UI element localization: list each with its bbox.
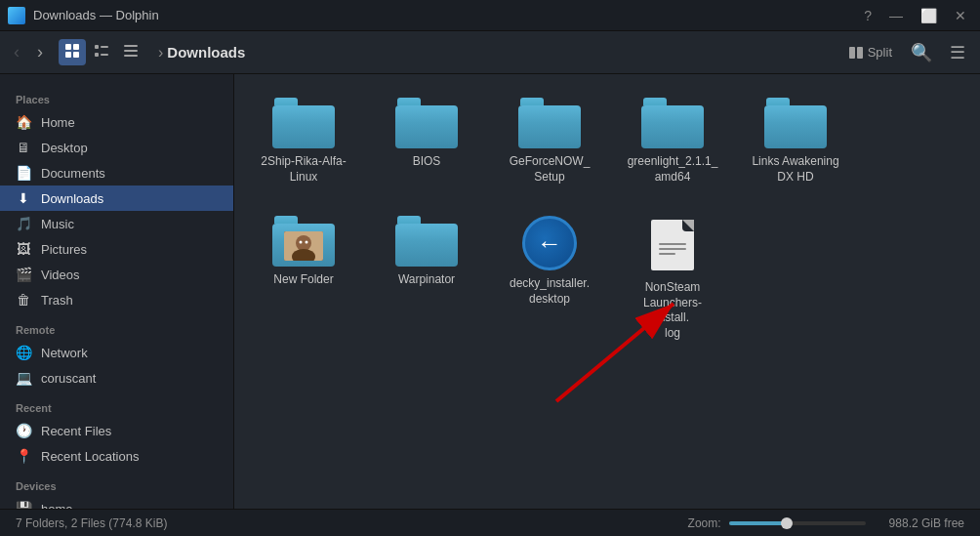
forward-button[interactable]: › bbox=[31, 38, 49, 66]
downloads-icon: ⬇ bbox=[16, 190, 31, 206]
sidebar-item-documents[interactable]: 📄 Documents bbox=[0, 160, 233, 186]
zoom-label: Zoom: bbox=[688, 516, 721, 530]
file-name-geforce: GeForceNOW_Setup bbox=[510, 154, 591, 185]
trash-icon: 🗑 bbox=[16, 292, 31, 308]
icon-view-button[interactable] bbox=[59, 39, 86, 65]
detail-view-button[interactable] bbox=[117, 39, 144, 65]
sidebar-item-videos[interactable]: 🎬 Videos bbox=[0, 262, 233, 287]
sidebar-item-trash[interactable]: 🗑 Trash bbox=[0, 287, 233, 312]
folder-icon-greenlight bbox=[641, 98, 704, 148]
breadcrumb-current: Downloads bbox=[167, 44, 245, 61]
places-section-label: Places bbox=[0, 82, 233, 109]
minimize-button[interactable]: — bbox=[883, 6, 909, 25]
sidebar-item-downloads[interactable]: ⬇ Downloads bbox=[0, 186, 233, 211]
sidebar-item-home-device[interactable]: 💾 home bbox=[0, 496, 233, 509]
zoom-fill bbox=[729, 521, 784, 525]
svg-rect-12 bbox=[857, 47, 863, 59]
music-icon: 🎵 bbox=[16, 216, 31, 231]
main-area: Places 🏠 Home 🖥 Desktop 📄 Documents ⬇ Do… bbox=[0, 74, 980, 509]
svg-rect-11 bbox=[849, 47, 855, 59]
breadcrumb: › Downloads bbox=[158, 44, 835, 62]
svg-point-16 bbox=[300, 241, 303, 244]
statusbar-zoom: Zoom: bbox=[688, 516, 866, 530]
videos-icon: 🎬 bbox=[16, 267, 31, 282]
sidebar-item-trash-label: Trash bbox=[41, 293, 73, 308]
sidebar-item-documents-label: Documents bbox=[41, 166, 105, 181]
decky-icon: ← bbox=[522, 216, 577, 270]
sidebar-item-home[interactable]: 🏠 Home bbox=[0, 109, 233, 135]
file-name-greenlight: greenlight_2.1.1_amd64 bbox=[628, 154, 718, 185]
recent-files-icon: 🕐 bbox=[16, 423, 31, 438]
file-item-bios[interactable]: BIOS bbox=[373, 90, 480, 192]
sidebar-item-desktop[interactable]: 🖥 Desktop bbox=[0, 135, 233, 160]
folder-icon-warpinator bbox=[395, 216, 458, 267]
coruscant-icon: 💻 bbox=[16, 370, 31, 386]
file-name-2ship: 2Ship-Rika-Alfa-Linux bbox=[261, 154, 346, 185]
home-icon: 🏠 bbox=[16, 114, 31, 130]
search-button[interactable]: 🔍 bbox=[904, 38, 939, 67]
file-item-geforce[interactable]: GeForceNOW_Setup bbox=[496, 90, 603, 192]
file-item-nonsteam[interactable]: NonSteamLaunchers-install.log bbox=[619, 208, 726, 349]
decky-arrow-icon: ← bbox=[537, 228, 562, 259]
documents-icon: 📄 bbox=[16, 165, 31, 181]
compact-view-button[interactable] bbox=[88, 39, 115, 65]
zoom-thumb[interactable] bbox=[781, 517, 793, 529]
toolbar: ‹ › › Do bbox=[0, 31, 980, 74]
back-button[interactable]: ‹ bbox=[8, 38, 25, 66]
folder-icon-2ship bbox=[272, 98, 335, 148]
remote-section-label: Remote bbox=[0, 312, 233, 340]
svg-rect-8 bbox=[124, 45, 138, 47]
sidebar-item-music[interactable]: 🎵 Music bbox=[0, 211, 233, 236]
sidebar-item-coruscant[interactable]: 💻 coruscant bbox=[0, 365, 233, 391]
titlebar: Downloads — Dolphin ? — ⬜ ✕ bbox=[0, 0, 980, 31]
statusbar: 7 Folders, 2 Files (774.8 KiB) Zoom: 988… bbox=[0, 509, 980, 536]
maximize-button[interactable]: ⬜ bbox=[915, 6, 943, 25]
svg-rect-3 bbox=[73, 52, 79, 58]
sidebar-item-videos-label: Videos bbox=[41, 268, 80, 282]
desktop-icon: 🖥 bbox=[16, 140, 31, 155]
file-item-warpinator[interactable]: Warpinator bbox=[373, 208, 480, 349]
toolbar-right: Split 🔍 ☰ bbox=[840, 38, 972, 67]
file-item-greenlight[interactable]: greenlight_2.1.1_amd64 bbox=[619, 90, 726, 192]
svg-rect-6 bbox=[95, 53, 99, 57]
file-item-links[interactable]: Links AwakeningDX HD bbox=[742, 90, 849, 192]
sidebar-item-network-label: Network bbox=[41, 346, 88, 360]
svg-rect-2 bbox=[65, 52, 71, 58]
help-button[interactable]: ? bbox=[858, 6, 878, 25]
file-item-decky[interactable]: ← decky_installer.desktop bbox=[496, 208, 603, 349]
svg-rect-5 bbox=[101, 46, 108, 48]
file-item-new-folder[interactable]: New Folder bbox=[250, 208, 357, 349]
close-button[interactable]: ✕ bbox=[949, 6, 972, 25]
menu-button[interactable]: ☰ bbox=[943, 38, 972, 67]
file-name-nonsteam: NonSteamLaunchers-install.log bbox=[627, 280, 718, 341]
content-area[interactable]: 2Ship-Rika-Alfa-Linux BIOS GeForceNOW_Se… bbox=[234, 74, 980, 509]
file-name-bios: BIOS bbox=[413, 154, 441, 170]
titlebar-left: Downloads — Dolphin bbox=[8, 7, 159, 24]
statusbar-free: 988.2 GiB free bbox=[889, 516, 964, 530]
file-name-warpinator: Warpinator bbox=[398, 272, 455, 288]
sidebar: Places 🏠 Home 🖥 Desktop 📄 Documents ⬇ Do… bbox=[0, 74, 234, 509]
network-icon: 🌐 bbox=[16, 345, 31, 360]
sidebar-item-coruscant-label: coruscant bbox=[41, 371, 96, 386]
svg-rect-9 bbox=[124, 50, 138, 52]
zoom-track[interactable] bbox=[729, 521, 866, 525]
sidebar-item-recent-files[interactable]: 🕐 Recent Files bbox=[0, 418, 233, 443]
svg-rect-7 bbox=[101, 54, 108, 56]
file-name-decky: decky_installer.desktop bbox=[510, 276, 590, 307]
split-button[interactable]: Split bbox=[840, 41, 900, 64]
file-item-2ship[interactable]: 2Ship-Rika-Alfa-Linux bbox=[250, 90, 357, 192]
sidebar-item-network[interactable]: 🌐 Network bbox=[0, 340, 233, 365]
recent-locations-icon: 📍 bbox=[16, 448, 31, 464]
sidebar-item-pictures[interactable]: 🖼 Pictures bbox=[0, 236, 233, 262]
titlebar-title: Downloads — Dolphin bbox=[33, 8, 159, 22]
folder-icon-links bbox=[764, 98, 827, 148]
view-buttons bbox=[59, 39, 144, 65]
file-name-links: Links AwakeningDX HD bbox=[752, 154, 838, 185]
recent-section-label: Recent bbox=[0, 391, 233, 418]
svg-rect-1 bbox=[73, 44, 79, 50]
file-name-new-folder: New Folder bbox=[273, 272, 333, 288]
folder-icon-geforce bbox=[518, 98, 581, 148]
sidebar-item-recent-locations[interactable]: 📍 Recent Locations bbox=[0, 443, 233, 469]
svg-rect-4 bbox=[95, 45, 99, 49]
sidebar-item-downloads-label: Downloads bbox=[41, 191, 103, 206]
